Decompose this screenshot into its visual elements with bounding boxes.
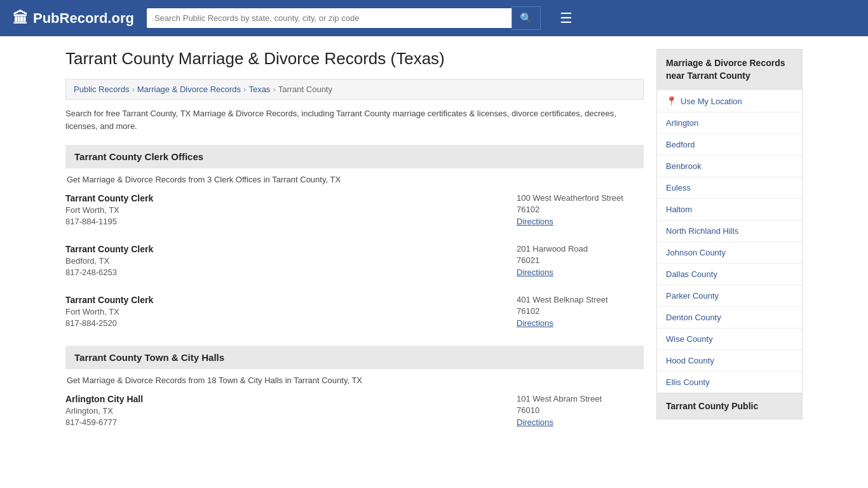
cityhall-section-header: Tarrant County Town & City Halls: [65, 346, 644, 369]
search-container: 🔍: [147, 6, 541, 30]
sidebar-nearby-box: Marriage & Divorce Records near Tarrant …: [656, 49, 803, 419]
sidebar-item-parker-county[interactable]: Parker County: [657, 285, 802, 306]
sidebar-link-bedford[interactable]: Bedford: [666, 140, 695, 149]
sidebar-item-arlington[interactable]: Arlington: [657, 112, 802, 133]
clerk-office-1-address: 100 West Weatherford Street: [517, 193, 644, 203]
clerk-office-2-location: Bedford, TX: [65, 256, 153, 266]
clerk-office-2-directions[interactable]: Directions: [517, 268, 553, 277]
sidebar-link-denton-county[interactable]: Denton County: [666, 313, 721, 322]
search-button[interactable]: 🔍: [512, 6, 541, 30]
clerk-office-3-directions[interactable]: Directions: [517, 318, 553, 328]
content-area: Tarrant County Marriage & Divorce Record…: [65, 49, 644, 445]
sidebar-item-johnson-county[interactable]: Johnson County: [657, 241, 802, 263]
cityhall-office-1-right: 101 West Abram Street 76010 Directions: [517, 394, 644, 427]
cityhall-section-desc: Get Marriage & Divorce Records from 18 T…: [65, 376, 644, 385]
sidebar-public-title: Tarrant County Public: [657, 393, 802, 419]
breadcrumb-marriage-divorce[interactable]: Marriage & Divorce Records: [137, 85, 241, 94]
clerk-office-2-left: Tarrant County Clerk Bedford, TX 817-248…: [65, 244, 153, 277]
clerk-office-3-left: Tarrant County Clerk Fort Worth, TX 817-…: [65, 295, 153, 328]
cityhall-office-1-left: Arlington City Hall Arlington, TX 817-45…: [65, 394, 143, 427]
clerk-office-3-name: Tarrant County Clerk: [65, 295, 153, 305]
clerk-office-2-phone: 817-248-6253: [65, 268, 153, 277]
sidebar-link-wise-county[interactable]: Wise County: [666, 334, 713, 344]
cityhall-office-1-name: Arlington City Hall: [65, 394, 143, 404]
clerk-office-1-directions[interactable]: Directions: [517, 217, 553, 226]
cityhall-office-1-directions[interactable]: Directions: [517, 417, 553, 427]
cityhall-office-1-address: 101 West Abram Street: [517, 394, 644, 403]
sidebar-link-north-richland-hills[interactable]: North Richland Hills: [666, 226, 738, 236]
clerk-office-3-address: 401 West Belknap Street: [517, 295, 644, 304]
sidebar-item-denton-county[interactable]: Denton County: [657, 306, 802, 328]
search-icon: 🔍: [520, 13, 532, 24]
menu-button[interactable]: ☰: [560, 10, 573, 27]
logo-icon: 🏛: [13, 10, 28, 27]
menu-icon: ☰: [560, 10, 573, 26]
sidebar-item-hood-county[interactable]: Hood County: [657, 349, 802, 371]
sidebar-item-dallas-county[interactable]: Dallas County: [657, 263, 802, 285]
breadcrumb-sep-2: ›: [243, 85, 246, 94]
clerk-office-1-location: Fort Worth, TX: [65, 205, 153, 215]
clerk-office-2-right: 201 Harwood Road 76021 Directions: [517, 244, 644, 277]
clerk-office-3-right: 401 West Belknap Street 76102 Directions: [517, 295, 644, 328]
site-logo[interactable]: 🏛 PubRecord.org: [13, 10, 134, 27]
clerk-office-3-phone: 817-884-2520: [65, 318, 153, 328]
page-description: Search for free Tarrant County, TX Marri…: [65, 107, 644, 132]
breadcrumb: Public Records › Marriage & Divorce Reco…: [65, 79, 644, 100]
sidebar-item-haltom[interactable]: Haltom: [657, 198, 802, 220]
clerk-office-2-address: 201 Harwood Road: [517, 244, 644, 254]
clerk-section-header: Tarrant County Clerk Offices: [65, 145, 644, 168]
site-header: 🏛 PubRecord.org 🔍 ☰: [0, 0, 868, 36]
sidebar-item-north-richland-hills[interactable]: North Richland Hills: [657, 220, 802, 241]
breadcrumb-texas[interactable]: Texas: [248, 85, 270, 94]
sidebar-item-wise-county[interactable]: Wise County: [657, 328, 802, 349]
breadcrumb-sep-1: ›: [132, 85, 134, 94]
clerk-office-2-name: Tarrant County Clerk: [65, 244, 153, 254]
use-location-label: Use My Location: [681, 97, 742, 106]
clerk-office-1-name: Tarrant County Clerk: [65, 193, 153, 203]
sidebar-item-ellis-county[interactable]: Ellis County: [657, 371, 802, 393]
clerk-office-3-zip: 76102: [517, 306, 644, 316]
logo-text: PubRecord.org: [33, 10, 134, 27]
clerk-office-1-left: Tarrant County Clerk Fort Worth, TX 817-…: [65, 193, 153, 226]
cityhall-office-1-zip: 76010: [517, 405, 644, 415]
clerk-office-1-zip: 76102: [517, 205, 644, 214]
sidebar: Marriage & Divorce Records near Tarrant …: [656, 49, 803, 445]
cityhall-office-1-phone: 817-459-6777: [65, 417, 143, 427]
sidebar-link-parker-county[interactable]: Parker County: [666, 291, 719, 301]
sidebar-item-bedford[interactable]: Bedford: [657, 133, 802, 155]
search-input[interactable]: [147, 8, 512, 28]
clerk-office-3-location: Fort Worth, TX: [65, 307, 153, 316]
page-title: Tarrant County Marriage & Divorce Record…: [65, 49, 644, 69]
clerk-office-2: Tarrant County Clerk Bedford, TX 817-248…: [65, 244, 644, 280]
sidebar-nearby-title: Marriage & Divorce Records near Tarrant …: [657, 50, 802, 90]
cityhall-office-1: Arlington City Hall Arlington, TX 817-45…: [65, 394, 644, 430]
sidebar-link-benbrook[interactable]: Benbrook: [666, 161, 702, 171]
clerk-office-2-zip: 76021: [517, 255, 644, 265]
sidebar-use-location[interactable]: 📍 Use My Location: [657, 90, 802, 112]
breadcrumb-tarrant-county: Tarrant County: [278, 85, 332, 94]
sidebar-item-benbrook[interactable]: Benbrook: [657, 155, 802, 177]
cityhall-office-1-location: Arlington, TX: [65, 406, 143, 416]
sidebar-link-ellis-county[interactable]: Ellis County: [666, 377, 710, 387]
sidebar-link-arlington[interactable]: Arlington: [666, 118, 698, 128]
clerk-office-1: Tarrant County Clerk Fort Worth, TX 817-…: [65, 193, 644, 229]
breadcrumb-sep-3: ›: [273, 85, 275, 94]
breadcrumb-public-records[interactable]: Public Records: [74, 85, 129, 94]
sidebar-item-euless[interactable]: Euless: [657, 177, 802, 198]
sidebar-link-euless[interactable]: Euless: [666, 183, 691, 193]
sidebar-link-hood-county[interactable]: Hood County: [666, 356, 714, 365]
location-icon: 📍: [666, 96, 677, 106]
clerk-office-3: Tarrant County Clerk Fort Worth, TX 817-…: [65, 295, 644, 330]
clerk-office-1-phone: 817-884-1195: [65, 217, 153, 226]
sidebar-link-johnson-county[interactable]: Johnson County: [666, 248, 726, 257]
sidebar-link-haltom[interactable]: Haltom: [666, 205, 692, 214]
main-wrapper: Tarrant County Marriage & Divorce Record…: [53, 36, 815, 458]
clerk-office-1-right: 100 West Weatherford Street 76102 Direct…: [517, 193, 644, 226]
clerk-section-desc: Get Marriage & Divorce Records from 3 Cl…: [65, 175, 644, 184]
sidebar-link-dallas-county[interactable]: Dallas County: [666, 269, 717, 279]
